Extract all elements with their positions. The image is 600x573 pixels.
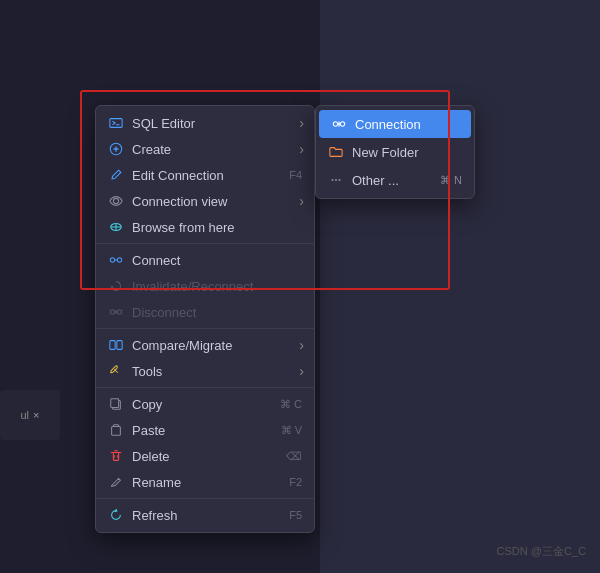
folder-icon <box>328 144 344 160</box>
rename-icon <box>108 474 124 490</box>
browse-icon <box>108 219 124 235</box>
invalidate-icon <box>108 278 124 294</box>
submenu-label-new-folder: New Folder <box>352 145 418 160</box>
menu-label-invalidate: Invalidate/Reconnect <box>132 279 253 294</box>
svg-point-30 <box>335 179 337 181</box>
menu-item-tools[interactable]: Tools <box>96 358 314 384</box>
menu-label-compare-migrate: Compare/Migrate <box>132 338 232 353</box>
menu-item-copy[interactable]: Copy ⌘ C <box>96 391 314 417</box>
menu-item-connect[interactable]: Connect <box>96 247 314 273</box>
menu-item-delete[interactable]: Delete ⌫ <box>96 443 314 469</box>
connect-icon <box>108 252 124 268</box>
bg-right <box>320 0 600 573</box>
menu-item-paste[interactable]: Paste ⌘ V <box>96 417 314 443</box>
menu-label-refresh: Refresh <box>132 508 178 523</box>
svg-point-31 <box>338 179 340 181</box>
watermark-text: CSDN @三金C_C <box>497 545 586 557</box>
submenu-item-other[interactable]: Other ... ⌘ N <box>316 166 474 194</box>
svg-point-12 <box>110 310 114 314</box>
svg-rect-17 <box>117 341 122 350</box>
separator-1 <box>96 243 314 244</box>
menu-item-create[interactable]: Create <box>96 136 314 162</box>
panel-close-icon[interactable]: × <box>33 409 39 421</box>
separator-4 <box>96 498 314 499</box>
menu-shortcut-edit-connection: F4 <box>289 169 302 181</box>
menu-label-edit-connection: Edit Connection <box>132 168 224 183</box>
create-submenu: Connection New Folder Other ... ⌘ N <box>315 105 475 199</box>
copy-icon <box>108 396 124 412</box>
submenu-item-new-folder[interactable]: New Folder <box>316 138 474 166</box>
svg-rect-21 <box>112 427 121 436</box>
submenu-label-connection: Connection <box>355 117 421 132</box>
other-icon <box>328 172 344 188</box>
svg-rect-20 <box>111 399 119 408</box>
menu-shortcut-refresh: F5 <box>289 509 302 521</box>
menu-label-copy: Copy <box>132 397 162 412</box>
menu-label-create: Create <box>132 142 171 157</box>
menu-label-delete: Delete <box>132 449 170 464</box>
watermark: CSDN @三金C_C <box>497 544 586 559</box>
svg-point-9 <box>110 258 114 262</box>
svg-point-29 <box>331 179 333 181</box>
connection-icon <box>331 116 347 132</box>
tools-icon <box>108 363 124 379</box>
view-icon <box>108 193 124 209</box>
menu-item-browse[interactable]: Browse from here <box>96 214 314 240</box>
menu-item-connection-view[interactable]: Connection view <box>96 188 314 214</box>
svg-rect-16 <box>110 341 115 350</box>
refresh-icon <box>108 507 124 523</box>
svg-point-10 <box>117 258 121 262</box>
menu-label-sql-editor: SQL Editor <box>132 116 195 131</box>
menu-label-connection-view: Connection view <box>132 194 227 209</box>
menu-item-sql-editor[interactable]: SQL Editor <box>96 110 314 136</box>
panel-tab-label: ul <box>21 409 30 421</box>
menu-label-tools: Tools <box>132 364 162 379</box>
menu-label-browse: Browse from here <box>132 220 235 235</box>
submenu-label-other: Other ... <box>352 173 399 188</box>
menu-item-rename[interactable]: Rename F2 <box>96 469 314 495</box>
menu-shortcut-delete: ⌫ <box>286 450 302 463</box>
left-panel-tab[interactable]: ul × <box>21 409 40 421</box>
menu-item-disconnect: Disconnect <box>96 299 314 325</box>
menu-label-disconnect: Disconnect <box>132 305 196 320</box>
menu-item-invalidate: Invalidate/Reconnect <box>96 273 314 299</box>
menu-shortcut-paste: ⌘ V <box>281 424 302 437</box>
main-context-menu: SQL Editor Create Edit Connection F4 Con… <box>95 105 315 533</box>
submenu-item-connection[interactable]: Connection <box>319 110 471 138</box>
left-panel: ul × <box>0 390 60 440</box>
terminal-icon <box>108 115 124 131</box>
menu-item-compare-migrate[interactable]: Compare/Migrate <box>96 332 314 358</box>
menu-shortcut-rename: F2 <box>289 476 302 488</box>
separator-3 <box>96 387 314 388</box>
menu-label-connect: Connect <box>132 253 180 268</box>
compare-icon <box>108 337 124 353</box>
paste-icon <box>108 422 124 438</box>
delete-icon <box>108 448 124 464</box>
svg-point-5 <box>113 198 118 203</box>
separator-2 <box>96 328 314 329</box>
svg-point-26 <box>340 122 344 126</box>
svg-point-25 <box>333 122 337 126</box>
menu-item-edit-connection[interactable]: Edit Connection F4 <box>96 162 314 188</box>
disconnect-icon <box>108 304 124 320</box>
menu-label-rename: Rename <box>132 475 181 490</box>
menu-label-paste: Paste <box>132 423 165 438</box>
menu-item-refresh[interactable]: Refresh F5 <box>96 502 314 528</box>
menu-shortcut-copy: ⌘ C <box>280 398 302 411</box>
submenu-shortcut-other: ⌘ N <box>440 174 462 187</box>
svg-point-13 <box>117 310 121 314</box>
edit-icon <box>108 167 124 183</box>
plus-icon <box>108 141 124 157</box>
